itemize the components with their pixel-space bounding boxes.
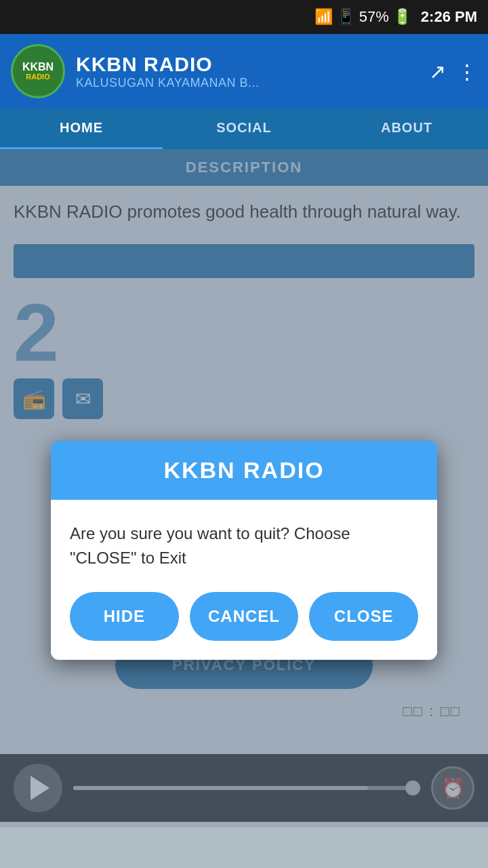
status-icons: 📶 📱 57% 🔋 xyxy=(314,8,411,26)
more-options-button[interactable]: ⋮ xyxy=(457,60,477,83)
tab-about[interactable]: ABOUT xyxy=(325,108,488,149)
app-title: KKBN RADIO xyxy=(76,53,418,76)
logo-kkbn: KKBN xyxy=(22,62,54,73)
share-button[interactable]: ↗︎ xyxy=(429,60,446,83)
logo-radio: RADIO xyxy=(26,73,49,81)
battery-percent: 57% xyxy=(359,8,389,26)
tab-social[interactable]: SOCIAL xyxy=(163,108,325,149)
app-bar: KKBN RADIO KKBN RADIO KALUSUGAN KAYAMANA… xyxy=(0,34,488,108)
nav-tabs: HOME SOCIAL ABOUT xyxy=(0,108,488,149)
battery-icon: 🔋 xyxy=(393,8,411,26)
app-titles: KKBN RADIO KALUSUGAN KAYAMANAN B... xyxy=(76,53,418,90)
hide-button[interactable]: HIDE xyxy=(70,592,179,641)
close-button[interactable]: CLOSE xyxy=(309,592,418,641)
tab-home[interactable]: HOME xyxy=(0,108,163,149)
dialog-body: Are you sure you want to quit? Choose "C… xyxy=(51,500,437,660)
main-content: DESCRIPTION KKBN RADIO promotes good hea… xyxy=(0,149,488,827)
status-time: 2:26 PM xyxy=(421,8,477,26)
app-bar-actions: ↗︎ ⋮ xyxy=(429,60,477,83)
wifi-icon: 📶 xyxy=(314,8,333,26)
dialog-buttons: HIDE CANCEL CLOSE xyxy=(70,592,418,641)
app-logo: KKBN RADIO xyxy=(11,44,65,98)
dialog-message: Are you sure you want to quit? Choose "C… xyxy=(70,521,418,570)
dialog-title: KKBN RADIO xyxy=(163,457,324,483)
signal-icon: 📱 xyxy=(337,8,355,26)
dialog-header: KKBN RADIO xyxy=(51,441,437,500)
cancel-button[interactable]: CANCEL xyxy=(190,592,299,641)
status-bar: 📶 📱 57% 🔋 2:26 PM xyxy=(0,0,488,34)
dialog: KKBN RADIO Are you sure you want to quit… xyxy=(51,441,437,660)
app-subtitle: KALUSUGAN KAYAMANAN B... xyxy=(76,76,418,90)
